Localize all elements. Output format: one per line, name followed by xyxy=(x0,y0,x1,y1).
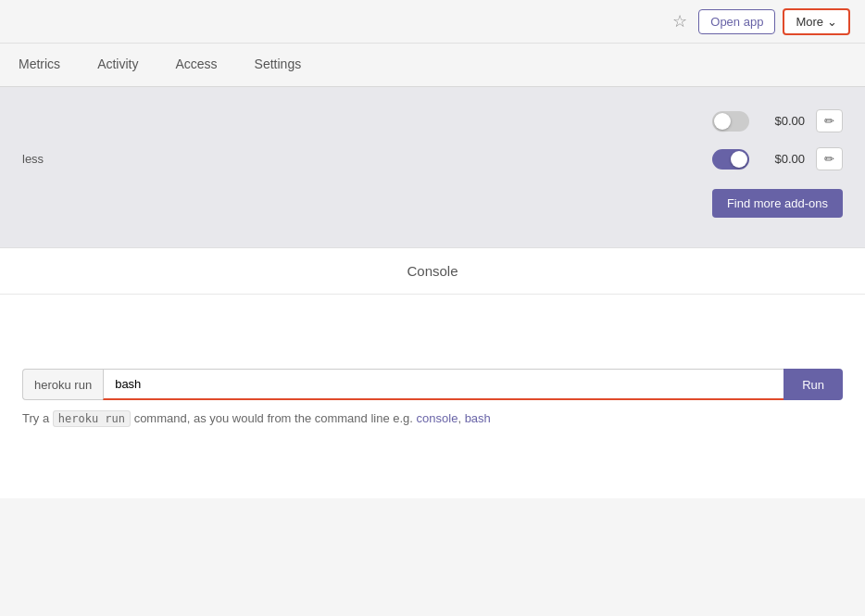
more-label: More xyxy=(796,15,823,29)
tab-activity[interactable]: Activity xyxy=(79,44,157,86)
star-button[interactable]: ☆ xyxy=(669,7,691,35)
more-button[interactable]: More ⌄ xyxy=(783,8,850,35)
console-section: Console heroku run Run Try a heroku run … xyxy=(0,247,865,498)
console-input[interactable] xyxy=(103,369,784,400)
toggle-knob-2 xyxy=(731,151,747,168)
addon-row-2: less $0.00 ✏ xyxy=(0,140,865,178)
console-hint: Try a heroku run command, as you would f… xyxy=(22,411,843,425)
nav-tabs: Metrics Activity Access Settings xyxy=(0,44,865,87)
tab-access[interactable]: Access xyxy=(157,44,235,86)
addons-section: $0.00 ✏ less $0.00 ✏ Find more add-ons xyxy=(0,87,865,247)
hint-text-middle: command, as you would from the command l… xyxy=(134,411,413,425)
addon-edit-1[interactable]: ✏ xyxy=(816,109,843,132)
console-title: Console xyxy=(0,248,865,295)
addon-edit-2[interactable]: ✏ xyxy=(816,147,843,170)
addon-toggle-2[interactable] xyxy=(712,149,749,170)
find-addons-button[interactable]: Find more add-ons xyxy=(712,189,843,218)
addon-toggle-1[interactable] xyxy=(712,111,749,132)
open-app-button[interactable]: Open app xyxy=(698,9,775,34)
chevron-icon: ⌄ xyxy=(827,15,837,29)
addon-label-2: less xyxy=(22,152,701,166)
toggle-knob-1 xyxy=(714,113,731,130)
console-prefix: heroku run xyxy=(22,369,103,400)
hint-code: heroku run xyxy=(53,410,131,427)
addon-row-1: $0.00 ✏ xyxy=(0,102,865,140)
top-bar: ☆ Open app More ⌄ xyxy=(0,0,865,44)
tab-settings[interactable]: Settings xyxy=(236,44,320,86)
console-body: heroku run Run Try a heroku run command,… xyxy=(0,295,865,498)
find-addons-row: Find more add-ons xyxy=(0,178,865,233)
addon-price-1: $0.00 xyxy=(760,114,805,128)
console-input-row: heroku run Run xyxy=(22,369,843,400)
hint-console-link[interactable]: console xyxy=(417,411,458,425)
addon-price-2: $0.00 xyxy=(760,152,805,166)
console-run-button[interactable]: Run xyxy=(784,369,843,400)
hint-text-before: Try a xyxy=(22,411,49,425)
hint-bash-link[interactable]: bash xyxy=(465,411,491,425)
tab-metrics[interactable]: Metrics xyxy=(0,44,79,86)
